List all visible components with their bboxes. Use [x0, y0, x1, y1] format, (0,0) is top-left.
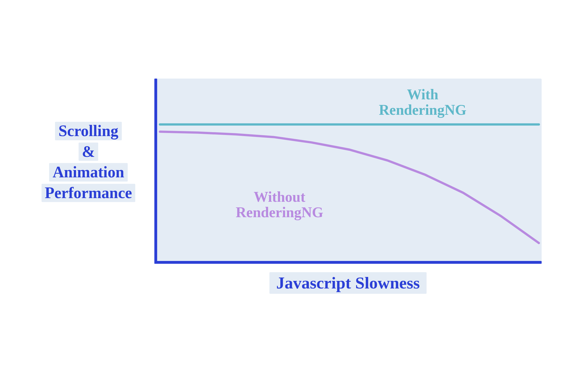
y-axis-label-line: Animation [49, 163, 127, 182]
x-axis [154, 261, 542, 264]
x-axis-label: Javascript Slowness [154, 272, 542, 294]
x-axis-label-text: Javascript Slowness [269, 272, 427, 294]
series-label-with-renderingng: With RenderingNG [379, 87, 466, 118]
y-axis-label: Scrolling & Animation Performance [28, 121, 149, 203]
y-axis-label-line: & [79, 143, 99, 161]
chart-lines [154, 79, 542, 264]
series-line-without-renderingng [160, 132, 539, 243]
y-axis-label-line: Scrolling [55, 122, 122, 140]
y-axis [154, 79, 157, 264]
series-label-without-renderingng: Without RenderingNG [236, 189, 323, 220]
y-axis-label-line: Performance [42, 184, 136, 202]
performance-chart: Scrolling & Animation Performance Javasc… [28, 79, 533, 297]
